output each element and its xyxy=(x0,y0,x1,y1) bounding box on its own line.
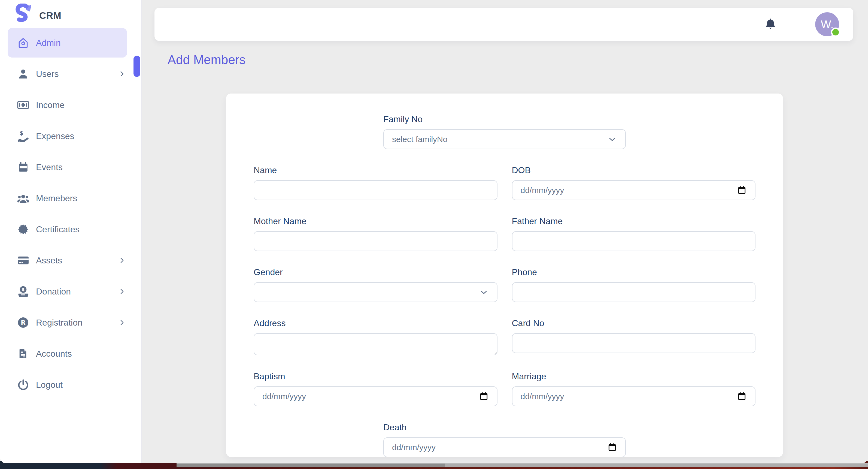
sidebar-item-label: Memebers xyxy=(36,193,77,203)
user-icon xyxy=(17,68,29,80)
notifications-button[interactable] xyxy=(764,17,778,31)
donate-icon: $ xyxy=(17,285,29,298)
sidebar-item-registration[interactable]: RRegistration xyxy=(0,307,141,338)
field-card-no: Card No xyxy=(512,318,756,355)
logo-text: CRM xyxy=(39,10,61,21)
hand-dollar-icon: $ xyxy=(17,130,29,142)
file-invoice-icon xyxy=(17,347,29,360)
name-input[interactable] xyxy=(254,180,497,200)
user-avatar[interactable]: W. xyxy=(815,12,839,36)
svg-text:R: R xyxy=(21,319,26,326)
family-no-selected-value: select familyNo xyxy=(392,135,447,144)
sidebar: CRM AdminUsers1Income$ExpensesEventsMeme… xyxy=(0,0,142,463)
baptism-label: Baptism xyxy=(254,371,497,381)
power-icon xyxy=(17,379,29,391)
svg-text:$: $ xyxy=(20,130,24,136)
dob-date-placeholder: dd/mm/yyyy xyxy=(521,186,564,195)
chevron-right-icon xyxy=(118,256,126,264)
svg-text:$: $ xyxy=(22,287,25,292)
online-status-dot xyxy=(831,28,840,37)
chevron-right-icon xyxy=(118,319,126,327)
name-label: Name xyxy=(254,165,497,175)
field-father-name: Father Name xyxy=(512,216,756,251)
main-content: W. Add Members Family Noselect familyNoN… xyxy=(142,0,868,463)
credit-card-icon xyxy=(17,254,29,267)
app-logo: CRM xyxy=(15,3,61,28)
mother-name-label: Mother Name xyxy=(254,216,497,226)
sidebar-item-label: Income xyxy=(36,100,65,110)
app-window: CRM AdminUsers1Income$ExpensesEventsMeme… xyxy=(0,0,868,463)
horizontal-scrollbar[interactable] xyxy=(177,463,868,467)
sidebar-item-accounts[interactable]: Accounts xyxy=(0,338,141,369)
home-icon xyxy=(17,36,29,49)
form-row: NameDOBdd/mm/yyyy xyxy=(254,165,755,200)
death-date-input[interactable]: dd/mm/yyyy xyxy=(383,437,626,457)
sidebar-nav: AdminUsers1Income$ExpensesEventsMemebers… xyxy=(0,27,141,400)
calendar-date-icon[interactable] xyxy=(737,185,747,195)
sidebar-item-income[interactable]: 1Income xyxy=(0,89,141,120)
death-date-placeholder: dd/mm/yyyy xyxy=(392,443,436,452)
sidebar-item-label: Assets xyxy=(36,256,62,266)
sidebar-item-memebers[interactable]: Memebers xyxy=(0,183,141,214)
crm-logo-icon xyxy=(15,4,32,28)
chevron-right-icon xyxy=(118,287,126,296)
field-phone: Phone xyxy=(512,267,756,302)
field-family-no: Family Noselect familyNo xyxy=(383,114,626,149)
gender-label: Gender xyxy=(254,267,497,277)
baptism-date-placeholder: dd/mm/yyyy xyxy=(262,392,306,401)
field-marriage: Marriagedd/mm/yyyy xyxy=(512,371,756,406)
avatar-initials: W. xyxy=(821,18,834,31)
field-gender: Gender xyxy=(254,267,497,302)
field-address: Address xyxy=(254,318,497,355)
calendar-icon xyxy=(17,161,29,173)
form-row: GenderPhone xyxy=(254,267,755,302)
sidebar-item-label: Admin xyxy=(36,38,61,48)
mother-name-input[interactable] xyxy=(254,231,497,251)
field-mother-name: Mother Name xyxy=(254,216,497,251)
form-row: Deathdd/mm/yyyy xyxy=(254,422,755,457)
calendar-date-icon[interactable] xyxy=(607,443,617,452)
address-textarea[interactable] xyxy=(254,333,497,355)
phone-label: Phone xyxy=(512,267,756,277)
field-dob: DOBdd/mm/yyyy xyxy=(512,165,756,200)
active-item-indicator xyxy=(133,56,140,77)
card-no-input[interactable] xyxy=(512,333,756,353)
page-title: Add Members xyxy=(167,52,245,67)
dob-date-input[interactable]: dd/mm/yyyy xyxy=(512,180,756,200)
sidebar-item-users[interactable]: Users xyxy=(0,58,141,89)
field-death: Deathdd/mm/yyyy xyxy=(383,422,626,457)
sidebar-item-certificates[interactable]: Certificates xyxy=(0,214,141,245)
users-icon xyxy=(17,192,29,205)
sidebar-item-assets[interactable]: Assets xyxy=(0,245,141,276)
baptism-date-input[interactable]: dd/mm/yyyy xyxy=(254,386,497,406)
father-name-label: Father Name xyxy=(512,216,756,226)
sidebar-item-admin[interactable]: Admin xyxy=(8,28,127,58)
calendar-date-icon[interactable] xyxy=(479,391,489,401)
gender-select[interactable] xyxy=(254,282,497,302)
family-no-label: Family No xyxy=(383,114,626,124)
sidebar-item-expenses[interactable]: $Expenses xyxy=(0,120,141,152)
certificate-icon xyxy=(17,223,29,236)
topbar: W. xyxy=(154,8,853,41)
sidebar-item-label: Donation xyxy=(36,287,71,297)
sidebar-item-label: Users xyxy=(36,69,59,79)
family-no-select[interactable]: select familyNo xyxy=(383,129,626,149)
death-label: Death xyxy=(383,422,626,433)
registered-icon: R xyxy=(17,316,29,329)
form-row: Family Noselect familyNo xyxy=(254,114,755,149)
sidebar-item-logout[interactable]: Logout xyxy=(0,369,141,400)
sidebar-item-label: Events xyxy=(36,162,63,172)
marriage-date-placeholder: dd/mm/yyyy xyxy=(521,392,564,401)
marriage-label: Marriage xyxy=(512,371,756,381)
dob-label: DOB xyxy=(512,165,756,175)
calendar-date-icon[interactable] xyxy=(737,391,747,401)
money-bill-icon: 1 xyxy=(17,99,29,111)
sidebar-item-label: Certificates xyxy=(36,225,80,235)
phone-input[interactable] xyxy=(512,282,756,302)
father-name-input[interactable] xyxy=(512,231,756,251)
sidebar-item-donation[interactable]: $Donation xyxy=(0,276,141,307)
scrollbar-thumb[interactable] xyxy=(177,464,445,467)
bell-icon xyxy=(764,18,777,31)
marriage-date-input[interactable]: dd/mm/yyyy xyxy=(512,386,756,406)
sidebar-item-events[interactable]: Events xyxy=(0,152,141,183)
